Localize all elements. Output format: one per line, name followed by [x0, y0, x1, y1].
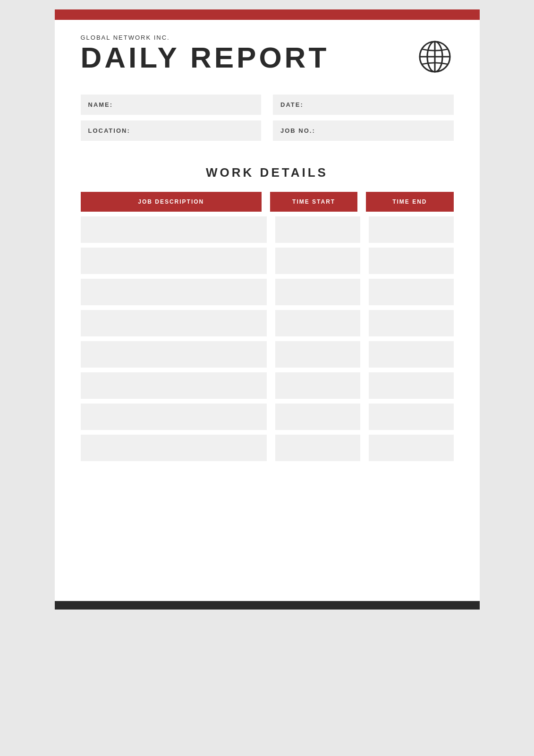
date-field[interactable]: DATE:: [273, 94, 454, 115]
bottom-accent-bar: [55, 601, 480, 610]
time-start-cell-5[interactable]: [275, 341, 360, 368]
work-table: JOB DESCRIPTION TIME START TIME END: [81, 192, 454, 461]
job-no-field[interactable]: JOB NO.:: [273, 120, 454, 141]
job-desc-cell-4[interactable]: [81, 310, 267, 336]
form-row-1: NAME: DATE:: [81, 94, 454, 115]
job-desc-cell-5[interactable]: [81, 341, 267, 368]
table-row: [81, 404, 454, 430]
table-row: [81, 310, 454, 336]
page-container: GLOBAL NETWORK INC. DAILY REPORT NAME: D…: [55, 9, 480, 610]
name-field[interactable]: NAME:: [81, 94, 262, 115]
job-desc-cell-6[interactable]: [81, 372, 267, 399]
name-label: NAME:: [88, 101, 113, 108]
date-label: DATE:: [280, 101, 304, 108]
col-header-time-start: TIME START: [270, 192, 357, 212]
table-header: JOB DESCRIPTION TIME START TIME END: [81, 192, 454, 212]
table-row: [81, 216, 454, 243]
location-label: LOCATION:: [88, 127, 130, 134]
time-start-cell-4[interactable]: [275, 310, 360, 336]
time-end-cell-8[interactable]: [369, 435, 454, 461]
table-body: [81, 216, 454, 461]
company-name: GLOBAL NETWORK INC.: [81, 34, 330, 41]
time-end-cell-6[interactable]: [369, 372, 454, 399]
time-end-cell-1[interactable]: [369, 216, 454, 243]
top-accent-bar: [55, 9, 480, 20]
job-desc-cell-1[interactable]: [81, 216, 267, 243]
table-row: [81, 248, 454, 274]
time-start-cell-8[interactable]: [275, 435, 360, 461]
header-left: GLOBAL NETWORK INC. DAILY REPORT: [81, 34, 330, 72]
time-start-cell-7[interactable]: [275, 404, 360, 430]
time-start-cell-3[interactable]: [275, 279, 360, 305]
table-row: [81, 372, 454, 399]
time-start-cell-2[interactable]: [275, 248, 360, 274]
work-details-section: WORK DETAILS JOB DESCRIPTION TIME START …: [55, 151, 480, 471]
col-header-time-end: TIME END: [366, 192, 453, 212]
job-desc-cell-7[interactable]: [81, 404, 267, 430]
table-row: [81, 279, 454, 305]
job-no-label: JOB NO.:: [280, 127, 315, 134]
globe-icon: [416, 38, 454, 76]
job-desc-cell-2[interactable]: [81, 248, 267, 274]
header-section: GLOBAL NETWORK INC. DAILY REPORT: [55, 20, 480, 85]
table-row: [81, 341, 454, 368]
time-end-cell-3[interactable]: [369, 279, 454, 305]
time-end-cell-7[interactable]: [369, 404, 454, 430]
table-row: [81, 435, 454, 461]
report-title: DAILY REPORT: [81, 43, 330, 72]
job-desc-cell-3[interactable]: [81, 279, 267, 305]
col-header-job-description: JOB DESCRIPTION: [81, 192, 262, 212]
work-details-title: WORK DETAILS: [81, 165, 454, 180]
time-end-cell-5[interactable]: [369, 341, 454, 368]
time-end-cell-4[interactable]: [369, 310, 454, 336]
form-row-2: LOCATION: JOB NO.:: [81, 120, 454, 141]
time-start-cell-6[interactable]: [275, 372, 360, 399]
job-desc-cell-8[interactable]: [81, 435, 267, 461]
time-start-cell-1[interactable]: [275, 216, 360, 243]
location-field[interactable]: LOCATION:: [81, 120, 262, 141]
time-end-cell-2[interactable]: [369, 248, 454, 274]
form-section: NAME: DATE: LOCATION: JOB NO.:: [55, 85, 480, 151]
